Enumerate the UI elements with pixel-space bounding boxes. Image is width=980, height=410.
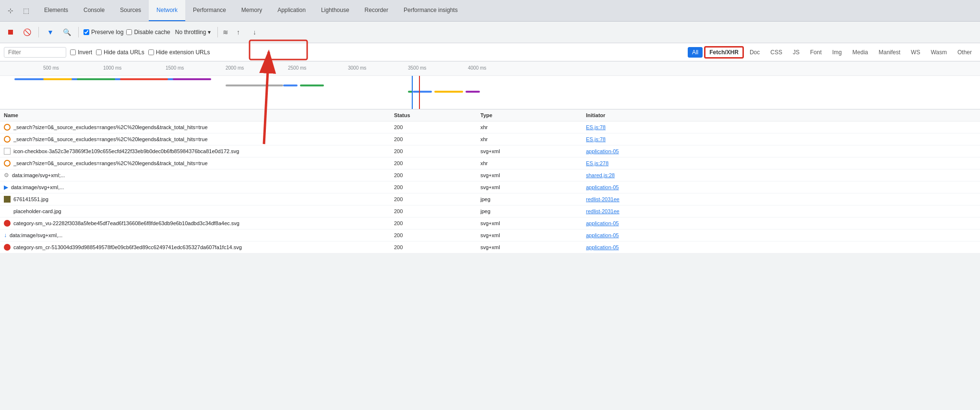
throttle-dropdown[interactable]: No throttling ▾ xyxy=(173,28,213,36)
row-status: 200 xyxy=(394,148,480,154)
type-fetch-xhr-button[interactable]: Fetch/XHR xyxy=(705,47,743,58)
row-status: 200 xyxy=(394,232,480,238)
row-initiator[interactable]: ES.js:78 xyxy=(586,124,976,130)
filter-button[interactable]: ▼ xyxy=(44,25,57,39)
hide-data-urls-checkbox[interactable] xyxy=(96,49,102,55)
track-red-1 xyxy=(120,78,168,80)
table-row[interactable]: _search?size=0&_source_excludes=ranges%2… xyxy=(0,133,980,145)
disable-cache-label[interactable]: Disable cache xyxy=(126,29,170,36)
track-gray-1 xyxy=(226,84,283,86)
inspect-icon[interactable]: ⊹ xyxy=(4,4,17,17)
row-status: 200 xyxy=(394,136,480,142)
ruler-3000ms: 3000 ms xyxy=(348,65,366,71)
row-type: jpeg xyxy=(480,196,586,202)
row-type: svg+xml xyxy=(480,244,586,250)
row-type: xhr xyxy=(480,160,586,166)
stop-recording-button[interactable]: ⏹ xyxy=(4,25,17,39)
row-initiator[interactable]: redlist-2031ee xyxy=(586,196,976,202)
row-type: jpeg xyxy=(480,208,586,214)
vertical-red-line xyxy=(419,76,420,109)
type-css-button[interactable]: CSS xyxy=(766,47,787,58)
tab-network[interactable]: Network xyxy=(149,0,185,21)
row-status: 200 xyxy=(394,244,480,250)
tab-memory[interactable]: Memory xyxy=(234,0,270,21)
tab-elements[interactable]: Elements xyxy=(36,0,76,21)
upload-icon[interactable]: ↑ xyxy=(231,25,245,39)
row-name-text: icon-checkbox-3a52c3e73869f3e109c655ecfd… xyxy=(13,148,239,154)
invert-label[interactable]: Invert xyxy=(70,49,92,56)
track-blue-3 xyxy=(413,91,432,93)
hide-ext-urls-checkbox[interactable] xyxy=(148,49,154,55)
preserve-log-label[interactable]: Preserve log xyxy=(84,29,123,36)
row-name-text: data:image/svg+xml,... xyxy=(10,232,62,238)
tab-performance-insights[interactable]: Performance insights xyxy=(396,0,466,21)
chevron-down-icon: ▾ xyxy=(208,29,211,36)
table-row[interactable]: ▶ data:image/svg+xml,... 200 svg+xml app… xyxy=(0,181,980,193)
row-name: ▶ data:image/svg+xml,... xyxy=(4,184,394,191)
table-row[interactable]: category-sm_vu-22282f3038a5febe45df7ead6… xyxy=(0,217,980,229)
row-name-text: _search?size=0&_source_excludes=ranges%2… xyxy=(13,160,208,166)
type-js-button[interactable]: JS xyxy=(789,47,804,58)
type-media-button[interactable]: Media xyxy=(848,47,872,58)
table-row[interactable]: placeholder-card.jpg 200 jpeg redlist-20… xyxy=(0,205,980,217)
tab-performance[interactable]: Performance xyxy=(185,0,234,21)
red-circle-icon xyxy=(4,220,11,227)
row-initiator[interactable]: application-05 xyxy=(586,148,976,154)
blank-icon xyxy=(4,208,11,215)
row-initiator[interactable]: application-05 xyxy=(586,220,976,226)
row-type: svg+xml xyxy=(480,220,586,226)
row-name-text: data:image/svg+xml;... xyxy=(12,172,65,178)
filter-input[interactable] xyxy=(4,47,66,58)
type-manifest-button[interactable]: Manifest xyxy=(874,47,905,58)
invert-checkbox[interactable] xyxy=(70,49,76,55)
table-row[interactable]: _search?size=0&_source_excludes=ranges%2… xyxy=(0,157,980,169)
hide-data-urls-label[interactable]: Hide data URLs xyxy=(96,49,144,56)
row-status: 200 xyxy=(394,196,480,202)
type-img-button[interactable]: Img xyxy=(828,47,846,58)
arrow-right-icon: ▶ xyxy=(4,184,8,191)
type-doc-button[interactable]: Doc xyxy=(745,47,764,58)
xhr-icon xyxy=(4,160,11,167)
track-purple-3 xyxy=(466,91,480,93)
type-other-button[interactable]: Other xyxy=(953,47,976,58)
ruler-2500ms: 2500 ms xyxy=(288,65,306,71)
preserve-log-checkbox[interactable] xyxy=(84,29,89,35)
type-wasm-button[interactable]: Wasm xyxy=(926,47,951,58)
table-header: Name Status Type Initiator xyxy=(0,109,980,121)
ruler-1500ms: 1500 ms xyxy=(166,65,184,71)
tab-sources[interactable]: Sources xyxy=(112,0,149,21)
row-initiator[interactable]: application-05 xyxy=(586,244,976,250)
table-row[interactable]: ↓ data:image/svg+xml,... 200 svg+xml app… xyxy=(0,229,980,241)
row-initiator[interactable]: shared.js:28 xyxy=(586,172,976,178)
hide-ext-urls-label[interactable]: Hide extension URLs xyxy=(148,49,210,56)
ruler-500ms: 500 ms xyxy=(43,65,59,71)
tab-application[interactable]: Application xyxy=(270,0,313,21)
disable-cache-checkbox[interactable] xyxy=(126,29,132,35)
row-status: 200 xyxy=(394,208,480,214)
row-initiator[interactable]: application-05 xyxy=(586,184,976,190)
type-ws-button[interactable]: WS xyxy=(907,47,924,58)
table-row[interactable]: _search?size=0&_source_excludes=ranges%2… xyxy=(0,121,980,133)
track-green-1 xyxy=(77,78,115,80)
table-row[interactable]: ⚙ data:image/svg+xml;... 200 svg+xml sha… xyxy=(0,169,980,181)
row-initiator[interactable]: redlist-2031ee xyxy=(586,208,976,214)
search-button[interactable]: 🔍 xyxy=(60,25,73,39)
device-icon[interactable]: ⬚ xyxy=(19,4,33,17)
disable-cache-text: Disable cache xyxy=(134,29,170,36)
row-initiator[interactable]: ES.js:278 xyxy=(586,160,976,166)
table-row[interactable]: category-sm_cr-513004d399d988549578f0e09… xyxy=(0,241,980,253)
download-icon[interactable]: ↓ xyxy=(248,25,261,39)
tab-recorder[interactable]: Recorder xyxy=(357,0,396,21)
row-initiator[interactable]: application-05 xyxy=(586,232,976,238)
clear-button[interactable]: 🚫 xyxy=(20,25,34,39)
table-row[interactable]: icon-checkbox-3a52c3e73869f3e109c655ecfd… xyxy=(0,145,980,157)
type-font-button[interactable]: Font xyxy=(806,47,826,58)
tab-console[interactable]: Console xyxy=(76,0,112,21)
row-initiator[interactable]: ES.js:78 xyxy=(586,136,976,142)
tab-lighthouse[interactable]: Lighthouse xyxy=(313,0,357,21)
table-row[interactable]: 676141551.jpg 200 jpeg redlist-2031ee xyxy=(0,193,980,205)
ruler-4000ms: 4000 ms xyxy=(468,65,486,71)
row-name: placeholder-card.jpg xyxy=(4,208,394,215)
type-all-button[interactable]: All xyxy=(688,47,703,58)
row-status: 200 xyxy=(394,172,480,178)
